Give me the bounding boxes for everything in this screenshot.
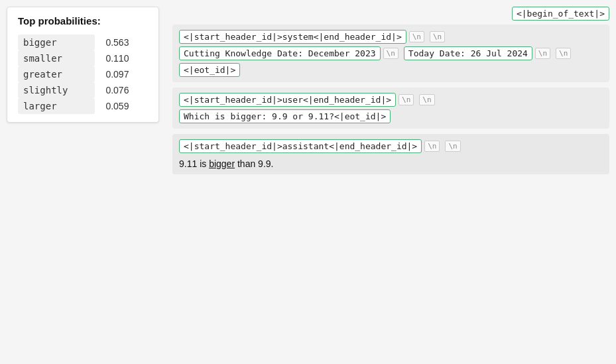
main-container: Top probabilities: bigger 0.563 smaller … (0, 0, 616, 364)
bigger-word: bigger (209, 158, 235, 169)
left-panel: Top probabilities: bigger 0.563 smaller … (7, 7, 159, 123)
today-date-token: Today Date: 26 Jul 2024 (404, 46, 532, 60)
right-panel[interactable]: <|begin_of_text|> <|start_header_id|>sys… (166, 0, 616, 364)
prob-word: greater (18, 66, 95, 82)
newline-after-date: \n (535, 48, 550, 59)
user-section: <|start_header_id|>user<|end_header_id|>… (172, 88, 609, 129)
assistant-section: <|start_header_id|>assistant<|end_header… (172, 134, 609, 174)
prob-word: bigger (18, 34, 95, 50)
system-section: <|start_header_id|>system<|end_header_id… (172, 25, 609, 82)
prob-table: bigger 0.563 smaller 0.110 greater 0.097… (18, 34, 148, 114)
prob-value: 0.563 (95, 34, 148, 50)
prob-row: greater 0.097 (18, 66, 148, 82)
prob-value: 0.059 (95, 98, 148, 114)
newline-after-cutting: \n (383, 48, 399, 59)
prob-word: smaller (18, 50, 95, 66)
prob-word: larger (18, 98, 95, 114)
user-header-token: <|start_header_id|>user<|end_header_id|> (179, 93, 396, 107)
newline-after-assistant-header: \n (424, 141, 440, 152)
newline-after-system: \n (409, 31, 424, 42)
cutting-knowledge-token: Cutting Knowledge Date: December 2023 (179, 46, 381, 60)
prob-value: 0.076 (95, 82, 148, 98)
question-token: Which is bigger: 9.9 or 9.11?<|eot_id|> (179, 109, 391, 123)
prob-row: slightly 0.076 (18, 82, 148, 98)
prob-value: 0.110 (95, 50, 148, 66)
begin-of-text-token: <|begin_of_text|> (512, 7, 609, 21)
newline-before-response: \n (445, 141, 460, 152)
prob-value: 0.097 (95, 66, 148, 82)
response-text: 9.11 is bigger than 9.9. (179, 158, 603, 169)
newline-after-user-header: \n (399, 94, 414, 105)
panel-title: Top probabilities: (18, 15, 148, 27)
assistant-header-token: <|start_header_id|>assistant<|end_header… (179, 139, 422, 153)
begin-of-text-row: <|begin_of_text|> (172, 7, 609, 21)
prob-row: smaller 0.110 (18, 50, 148, 66)
prob-word: slightly (18, 82, 95, 98)
newline-before-cutting: \n (430, 31, 445, 42)
eot-id-token: <|eot_id|> (179, 63, 240, 77)
prob-row: larger 0.059 (18, 98, 148, 114)
system-header-token: <|start_header_id|>system<|end_header_id… (179, 30, 406, 44)
newline-before-question: \n (419, 94, 434, 105)
prob-row: bigger 0.563 (18, 34, 148, 50)
newline-before-eot: \n (556, 48, 571, 59)
